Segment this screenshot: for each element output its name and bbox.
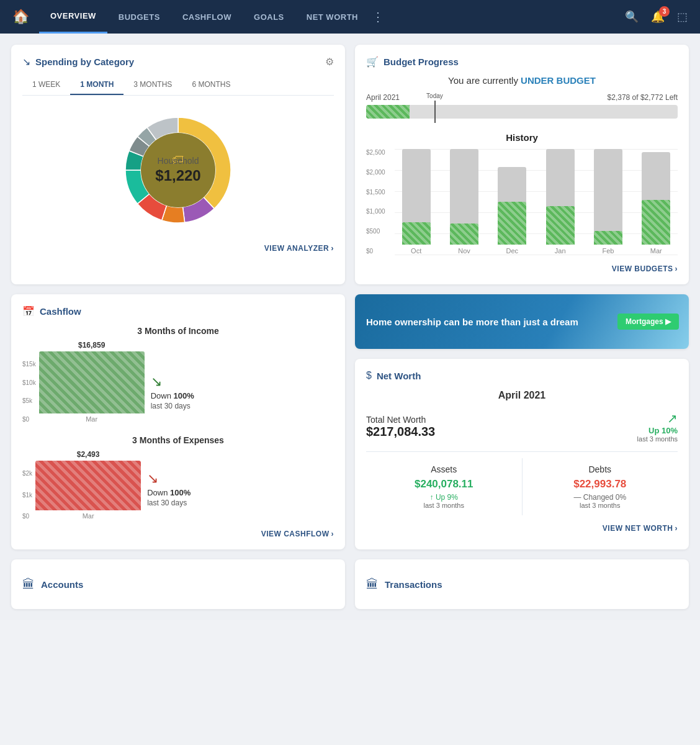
tab-3months[interactable]: 3 MONTHS — [123, 75, 182, 95]
debts-value: $22,993.78 — [531, 478, 670, 490]
navbar: 🏠 OVERVIEW BUDGETS CASHFLOW GOALS NET WO… — [0, 0, 700, 34]
today-marker-line — [434, 101, 436, 123]
cashflow-title: Cashflow — [40, 306, 81, 317]
total-networth-right: ↗ Up 10% last 3 months — [637, 411, 678, 443]
bar-outer — [450, 149, 478, 245]
calendar-icon: 📅 — [22, 305, 35, 317]
transactions-title: Transactions — [385, 579, 442, 590]
nw-trend-arrow-icon: ↗ — [637, 411, 678, 426]
budget-period: April 2021 — [366, 93, 400, 102]
bar-x-label: Nov — [458, 247, 470, 255]
budget-title: Budget Progress — [384, 56, 459, 67]
view-cashflow-link[interactable]: VIEW CASHFLOW › — [22, 530, 334, 538]
assets-sub: last 3 months — [375, 502, 513, 509]
networth-title: Net Worth — [377, 371, 421, 381]
search-icon[interactable]: 🔍 — [625, 10, 639, 24]
debts-label: Debts — [531, 464, 670, 474]
more-dots-icon[interactable]: ⋮ — [372, 9, 384, 24]
home-icon[interactable]: 🏠 — [12, 9, 29, 25]
income-stats: ↘ Down 100% last 30 days — [151, 374, 194, 423]
expense-trend-icon: ↘ — [147, 471, 158, 487]
expense-section: 3 Months of Expenses $2k $1k $0 $2,493 M… — [22, 435, 334, 520]
cart-icon: 🛒 — [366, 56, 379, 68]
nav-item-goals[interactable]: GOALS — [243, 0, 295, 34]
networth-card: $ Net Worth April 2021 Total Net Worth $… — [355, 359, 689, 549]
tab-1week[interactable]: 1 WEEK — [22, 75, 70, 95]
view-networth-link[interactable]: VIEW NET WORTH › — [366, 524, 678, 533]
budget-bar-group: Mar — [635, 149, 678, 255]
bar-outer — [546, 149, 575, 245]
notification-badge: 3 — [659, 6, 670, 17]
bar-inner — [546, 206, 575, 245]
bell-icon-wrap[interactable]: 🔔 3 — [651, 10, 665, 24]
debts-col: Debts $22,993.78 — Changed 0% last 3 mon… — [523, 458, 678, 515]
expense-title: 3 Months of Expenses — [22, 435, 334, 445]
chevron-right-icon-3: › — [331, 530, 334, 538]
nav-item-overview[interactable]: OVERVIEW — [39, 0, 107, 34]
assets-value: $240,078.11 — [375, 478, 513, 490]
chevron-right-icon-4: › — [675, 524, 678, 533]
bar-x-label: Feb — [602, 247, 614, 255]
donut-chart-wrap: 🏷 Household $1,220 — [22, 102, 334, 238]
bar-inner — [642, 200, 670, 245]
bar-outer — [402, 149, 431, 245]
bar-inner — [402, 222, 431, 245]
accounts-card: 🏛 Accounts — [11, 559, 345, 609]
assets-trend: ↑ Up 9% — [375, 493, 513, 502]
budget-bar-group: Nov — [442, 149, 485, 255]
total-networth-label: Total Net Worth — [366, 415, 435, 425]
transactions-bank-icon: 🏛 — [366, 577, 379, 592]
budget-bar-chart: $2,500 $2,000 $1,500 $1,000 $500 $0 OctN — [366, 149, 678, 261]
budget-bar-group: Feb — [586, 149, 629, 255]
income-title: 3 Months of Income — [22, 326, 334, 336]
expense-stats: ↘ Down 100% last 30 days — [147, 471, 191, 520]
tab-6months[interactable]: 6 MONTHS — [182, 75, 240, 95]
income-trend-icon: ↘ — [151, 374, 162, 390]
tab-1month[interactable]: 1 MONTH — [70, 75, 123, 95]
logout-icon[interactable]: ⬚ — [677, 10, 688, 24]
income-bar-month: Mar — [86, 415, 97, 423]
cashflow-card-header: 📅 Cashflow — [22, 305, 334, 317]
trend-down-icon: ↘ — [22, 56, 30, 68]
accounts-title: Accounts — [41, 579, 83, 590]
view-analyzer-link[interactable]: VIEW ANALYZER › — [22, 243, 334, 253]
income-section: 3 Months of Income $15k $10k $5k $0 $16,… — [22, 326, 334, 423]
progress-bar: Today — [366, 105, 678, 119]
history-section-title: History — [366, 132, 678, 143]
ad-text: Home ownership can be more than just a d… — [366, 315, 606, 328]
bar-outer — [594, 149, 622, 245]
income-bar — [39, 351, 145, 413]
budget-bar-group: Jan — [539, 149, 581, 255]
bank-icon: 🏛 — [22, 577, 35, 592]
budget-bar-group: Dec — [491, 149, 534, 255]
ad-banner[interactable]: Home ownership can be more than just a d… — [355, 294, 689, 349]
nw-trend-sub: last 3 months — [637, 435, 678, 443]
budget-bar-group: Oct — [395, 149, 437, 255]
nav-item-networth[interactable]: NET WORTH — [295, 0, 369, 34]
donut-svg: 🏷 — [110, 102, 246, 238]
bar-x-label: Mar — [650, 247, 662, 255]
view-budgets-link[interactable]: VIEW BUDGETS › — [366, 264, 678, 273]
svg-text:🏷: 🏷 — [172, 153, 184, 166]
expense-down-sub: last 30 days — [147, 499, 187, 507]
budget-card: 🛒 Budget Progress You are currently UNDE… — [355, 45, 689, 284]
bar-x-label: Dec — [506, 247, 519, 255]
networth-card-header: $ Net Worth — [366, 370, 678, 381]
time-tabs: 1 WEEK 1 MONTH 3 MONTHS 6 MONTHS — [22, 75, 334, 96]
debts-sub: last 3 months — [531, 502, 670, 509]
transactions-card: 🏛 Transactions — [355, 559, 689, 609]
bar-inner — [498, 202, 526, 245]
progress-bar-fill — [366, 105, 410, 119]
bar-inner — [594, 231, 622, 245]
settings-icon[interactable]: ⚙ — [325, 56, 334, 68]
income-amount: $16,859 — [78, 341, 105, 350]
nav-item-cashflow[interactable]: CASHFLOW — [171, 0, 243, 34]
bar-outer — [498, 167, 526, 245]
budget-card-header: 🛒 Budget Progress — [366, 56, 678, 68]
assets-label: Assets — [375, 464, 513, 474]
nav-item-budgets[interactable]: BUDGETS — [107, 0, 171, 34]
ad-cta-button[interactable]: Mortgages ▶ — [617, 314, 679, 330]
spending-title: Spending by Category — [35, 56, 134, 67]
expense-bar — [35, 461, 141, 510]
assets-col: Assets $240,078.11 ↑ Up 9% last 3 months — [366, 458, 522, 515]
